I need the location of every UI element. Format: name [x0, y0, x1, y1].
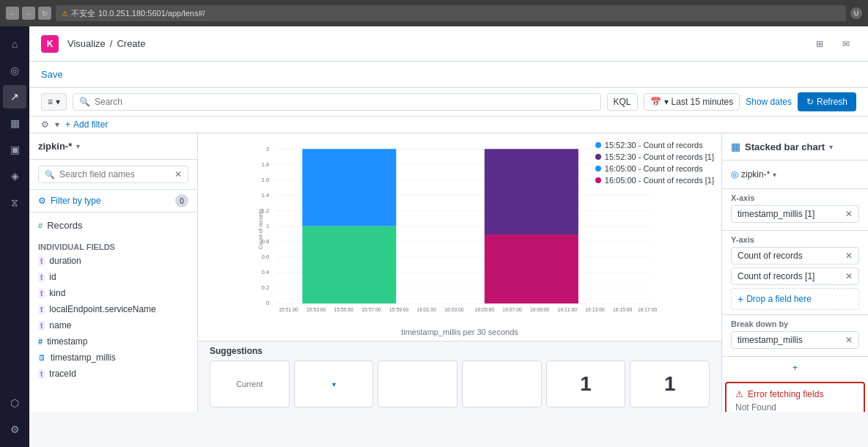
refresh-button[interactable]: ↻ Refresh [798, 92, 856, 111]
field-item-kind[interactable]: t kind [29, 285, 197, 301]
top-toolbar: Save [29, 62, 868, 88]
nav-management-icon[interactable]: ⚙ [3, 418, 26, 441]
field-item-traceid[interactable]: t traceId [29, 366, 197, 382]
svg-text:0.2: 0.2 [262, 284, 269, 291]
suggestion-card-4[interactable] [462, 361, 542, 407]
legend-dot-2 [595, 154, 601, 160]
browser-refresh-button[interactable]: ↻ [38, 7, 51, 20]
legend-label-4: 16:05:00 - Count of records [1] [605, 176, 714, 185]
field-item-id[interactable]: t id [29, 269, 197, 285]
svg-text:16:03:00: 16:03:00 [444, 307, 464, 312]
save-button[interactable]: Save [41, 66, 63, 83]
suggestion-value-5: 1 [580, 372, 592, 396]
suggestion-card-2[interactable]: ▾ [294, 361, 374, 407]
field-name-traceid: traceId [49, 369, 76, 379]
address-bar[interactable]: ⚠ 不安全 10.0.251.180:5601/app/lens#/ [56, 5, 846, 21]
field-item-localendpoint[interactable]: t localEndpoint.serviceName [29, 301, 197, 317]
breakdown-field[interactable]: timestamp_millis ✕ [731, 331, 859, 349]
nav-security-icon[interactable]: ⬡ [3, 391, 26, 415]
show-dates-button[interactable]: Show dates [746, 97, 792, 107]
field-item-duration[interactable]: t duration [29, 253, 197, 269]
field-item-timestamp-millis[interactable]: 🗓 timestamp_millis [29, 350, 197, 366]
error-panel: ⚠ Error fetching fields Not Found See th… [725, 382, 865, 412]
nav-ml-icon[interactable]: ⧖ [3, 191, 26, 214]
chart-bar-pink-right [485, 234, 578, 303]
field-type-icon-timestamp: # [38, 337, 43, 346]
records-item[interactable]: # Records [38, 217, 188, 234]
suggestion-card-3[interactable] [378, 361, 457, 407]
x-axis-remove-button[interactable]: ✕ [845, 209, 853, 219]
sidebar-header: zipkin-* ▾ [29, 133, 197, 160]
user-avatar: U [850, 7, 862, 19]
filter-bar: ⚙ ▾ + Add filter [29, 117, 868, 133]
chart-type-chevron[interactable]: ▾ [829, 143, 833, 151]
field-name-kind: kind [49, 288, 65, 298]
drop-zone[interactable]: + Drop a field here [731, 288, 859, 310]
nav-dashboard-icon[interactable]: ▦ [3, 111, 26, 135]
chart-bar-blue-left [302, 149, 396, 226]
kql-button[interactable]: KQL [607, 93, 638, 111]
y-axis-remove-2[interactable]: ✕ [845, 271, 853, 281]
field-search-input[interactable] [59, 169, 170, 180]
add-filter-button[interactable]: + Add filter [65, 119, 108, 130]
nav-canvas-icon[interactable]: ▣ [3, 138, 26, 161]
legend-dot-4 [595, 177, 601, 183]
search-input[interactable] [95, 97, 595, 107]
legend-item-2: 15:52:30 - Count of records [1] [595, 152, 714, 161]
clear-search-icon[interactable]: ✕ [174, 169, 182, 180]
filter-by-type-label: Filter by type [51, 196, 101, 206]
filter-settings-icon[interactable]: ⚙ [41, 119, 49, 130]
suggestion-label-current: Current [236, 380, 263, 388]
legend-label-1: 15:52:30 - Count of records [605, 141, 703, 149]
breadcrumb-create[interactable]: Create [117, 38, 145, 49]
time-range-chevron: ▾ [664, 97, 669, 107]
content-area: K Visualize / Create ⊞ ✉ Save ≡ ▾ 🔍 [29, 26, 868, 447]
individual-fields-header: Individual fields [29, 238, 197, 253]
svg-text:15:57:00: 15:57:00 [361, 307, 381, 312]
expand-icon[interactable]: ⊞ [809, 34, 830, 54]
add-field-button[interactable]: + [722, 357, 868, 379]
nav-visualize-icon[interactable]: ↗ [3, 85, 26, 108]
index-name[interactable]: zipkin-* [38, 141, 72, 152]
svg-text:16:01:00: 16:01:00 [417, 307, 437, 312]
svg-text:16:09:00: 16:09:00 [530, 307, 550, 312]
data-source-row[interactable]: ◎ zipkin-* ▾ [731, 166, 859, 182]
breakdown-label: Break down by [731, 319, 859, 328]
suggestion-card-6[interactable]: 1 [630, 361, 710, 407]
nav-maps-icon[interactable]: ◈ [3, 164, 26, 188]
y-axis-field-2[interactable]: Count of records [1] ✕ [731, 267, 859, 285]
suggestion-card-5[interactable]: 1 [546, 361, 626, 407]
data-view-button[interactable]: ≡ ▾ [41, 93, 67, 111]
suggestion-value-6: 1 [664, 372, 676, 396]
y-axis-remove-1[interactable]: ✕ [845, 251, 853, 261]
filter-by-type-button[interactable]: ⚙ Filter by type 0 [29, 190, 197, 212]
legend-dot-3 [595, 166, 601, 171]
field-item-timestamp[interactable]: # timestamp [29, 333, 197, 350]
chart-type-icon: ▦ [731, 141, 740, 152]
add-field-plus-icon: + [792, 363, 798, 373]
legend-item-4: 16:05:00 - Count of records [1] [595, 176, 714, 185]
breadcrumb-sep: / [110, 38, 113, 49]
suggestions-section: Suggestions Current ▾ 1 [198, 341, 721, 412]
search-bar: 🔍 [73, 93, 601, 111]
forward-button[interactable]: → [22, 7, 35, 20]
back-button[interactable]: ← [6, 7, 19, 20]
x-axis-field[interactable]: timestamp_millis [1] ✕ [731, 205, 859, 223]
suggestion-card-current[interactable]: Current [210, 361, 290, 407]
breakdown-remove-button[interactable]: ✕ [845, 335, 853, 345]
security-icon: ⚠ [62, 10, 68, 18]
y-axis-field-1[interactable]: Count of records ✕ [731, 247, 859, 265]
time-picker[interactable]: 📅 ▾ Last 15 minutes [644, 93, 740, 111]
breadcrumb-visualize[interactable]: Visualize [67, 38, 106, 49]
field-type-icon-kind: t [38, 289, 45, 298]
suggestions-header: Suggestions [210, 346, 710, 356]
field-item-name[interactable]: t name [29, 317, 197, 333]
mail-icon[interactable]: ✉ [836, 34, 856, 54]
security-label: 不安全 [71, 8, 95, 19]
index-chevron-icon[interactable]: ▾ [76, 142, 80, 150]
nav-discover-icon[interactable]: ◎ [3, 59, 26, 82]
left-sidebar: zipkin-* ▾ 🔍 ✕ ⚙ Filter by type 0 [29, 133, 198, 412]
error-message: Not Found [735, 402, 855, 412]
records-hash-icon: # [38, 221, 43, 230]
nav-home-icon[interactable]: ⌂ [3, 32, 26, 56]
